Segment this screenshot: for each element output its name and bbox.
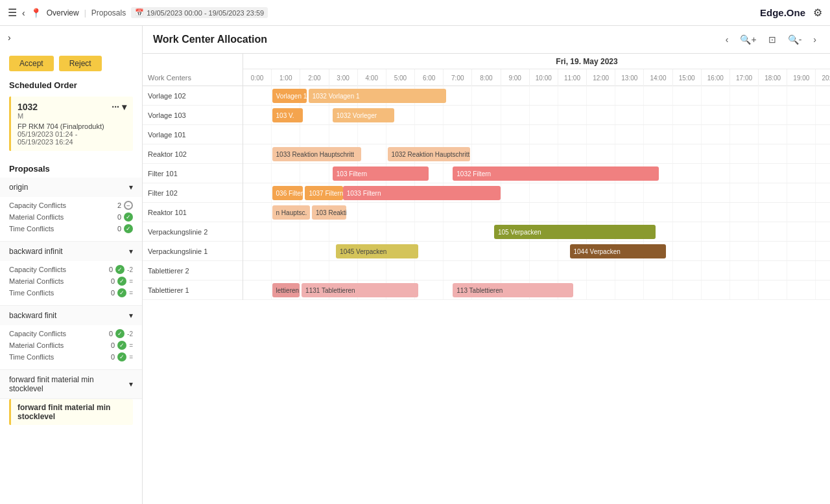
gantt-cell-9-0: [243, 261, 272, 280]
accept-button[interactable]: Accept: [9, 56, 54, 71]
gantt-cell-6-14: [644, 203, 672, 222]
gantt-cell-9-1: [272, 261, 300, 280]
gantt-cell-5-9: [501, 183, 530, 202]
gantt-cell-1-17: [730, 106, 759, 124]
gantt-cell-9-18: [759, 261, 787, 280]
gantt-row-10: lettieren1131 Tablettieren113 Tablettier…: [243, 281, 830, 300]
proposal-header-1[interactable]: backward infinit▾: [0, 242, 142, 261]
gantt-row-0: Vorlagen 11032 Vorlagen 1: [243, 86, 830, 106]
gantt-hour-16:00: 16:00: [702, 69, 730, 86]
order-more-icon[interactable]: ···: [112, 102, 119, 112]
gantt-bar-13[interactable]: 105 Verpacken: [494, 225, 656, 239]
gantt-cell-1-9: [501, 106, 530, 124]
gantt-cell-10-16: [702, 281, 730, 299]
gantt-cell-2-4: [358, 125, 386, 144]
gantt-bar-1[interactable]: 1032 Vorlagen 1: [309, 89, 446, 103]
gantt-cell-2-14: [644, 125, 672, 144]
gantt-cell-5-16: [702, 183, 730, 202]
gantt-cell-9-8: [472, 261, 501, 280]
gantt-cell-3-14: [644, 144, 672, 163]
gantt-bar-7[interactable]: 1032 Filtern: [453, 166, 659, 181]
gantt-cell-7-15: [673, 222, 702, 241]
gantt-cell-0-19: [787, 86, 816, 105]
gantt-zoom-in[interactable]: 🔍+: [737, 32, 759, 47]
gantt-cell-6-13: [615, 203, 644, 222]
gantt-bar-14[interactable]: 1045 Verpacken: [336, 244, 418, 258]
nav-back-icon[interactable]: ‹: [22, 8, 25, 18]
gantt-cell-2-2: [300, 125, 329, 144]
gantt-bar-3[interactable]: 1032 Vorleger: [333, 108, 394, 122]
conflict-row-2-1: Material Conflicts0 ✓=: [9, 341, 133, 350]
gantt-hour-18:00: 18:00: [759, 69, 787, 86]
gantt-fit[interactable]: ⊡: [765, 32, 779, 47]
proposal-header-2[interactable]: backward finit▾: [0, 306, 142, 325]
order-date-start: 05/19/2023 01:24 -: [18, 130, 126, 138]
gantt-bar-6[interactable]: 103 Filtern: [333, 166, 429, 181]
gantt-bar-5[interactable]: 1032 Reaktion Hauptschritt: [388, 147, 470, 161]
gantt-row-bg-8: [243, 242, 830, 260]
gantt-cell-0-10: [530, 86, 558, 105]
conflict-row-1-1: Material Conflicts0 ✓=: [9, 277, 133, 286]
gantt-nav-left[interactable]: ‹: [722, 32, 732, 47]
gantt-cell-4-17: [730, 164, 759, 183]
gantt-cell-7-2: [300, 222, 329, 241]
location-icon[interactable]: 📍: [30, 8, 42, 18]
gantt-bar-2[interactable]: 103 V.: [272, 108, 303, 122]
gantt-bar-12[interactable]: 103 Reaktion H.: [312, 205, 346, 220]
gantt-bar-17[interactable]: 1131 Tablettieren: [302, 283, 418, 297]
gantt-bar-18[interactable]: 113 Tablettieren: [453, 283, 573, 297]
gantt-bar-16[interactable]: lettieren: [272, 283, 300, 297]
gantt-cell-2-16: [702, 125, 730, 144]
check-icon-2-1: ✓: [117, 341, 126, 350]
gantt-cell-3-19: [787, 144, 816, 163]
gantt-cell-0-17: [730, 86, 759, 105]
menu-icon[interactable]: ☰: [8, 6, 17, 19]
gantt-zoom-out[interactable]: 🔍-: [785, 32, 805, 47]
gantt-cell-6-19: [787, 203, 816, 222]
gantt-body: Work Centers Vorlage 102Vorlage 103Vorla…: [143, 54, 830, 504]
order-expand-icon[interactable]: ▾: [122, 102, 126, 112]
gantt-bar-10[interactable]: 1033 Filtern: [343, 186, 501, 200]
proposal-header-3[interactable]: forward finit material min stocklevel▾: [0, 370, 142, 398]
settings-icon[interactable]: ⚙: [813, 6, 822, 19]
reject-button[interactable]: Reject: [59, 56, 102, 71]
gantt-bar-11[interactable]: n Hauptsc.: [272, 205, 310, 220]
gantt-cell-0-18: [759, 86, 787, 105]
gantt-title: Work Center Allocation: [153, 34, 267, 45]
date-range-text: 19/05/2023 00:00 - 19/05/2023 23:59: [147, 9, 264, 17]
gantt-bar-0[interactable]: Vorlagen 1: [272, 89, 307, 103]
gantt-label-row-4: Filter 101: [143, 164, 243, 183]
conflict-count-1-0: 0 ✓-2: [109, 265, 133, 274]
gantt-cell-3-8: [472, 144, 501, 163]
topbar-right: Edge.One ⚙: [760, 6, 822, 19]
gantt-bar-8[interactable]: 036 Filtern: [272, 186, 303, 200]
proposal-header-0[interactable]: origin▾: [0, 178, 142, 197]
gantt-cell-7-20: [816, 222, 830, 241]
gantt-cell-3-20: [816, 144, 830, 163]
gantt-bar-15[interactable]: 1044 Verpacken: [570, 244, 666, 258]
gantt-row-9: [243, 261, 830, 281]
gantt-hour-1:00: 1:00: [272, 69, 300, 86]
gantt-hour-7:00: 7:00: [444, 69, 472, 86]
conflict-label-1-1: Material Conflicts: [9, 277, 111, 285]
proposal-group-0: origin▾Capacity Conflicts2 −Material Con…: [0, 178, 142, 242]
gantt-nav-right[interactable]: ›: [810, 32, 820, 47]
gantt-cell-4-1: [272, 164, 300, 183]
gantt-bar-9[interactable]: 1037 Filtern: [305, 186, 342, 200]
nav-proposals[interactable]: Proposals: [91, 8, 126, 17]
panel-toggle[interactable]: ›: [0, 26, 142, 49]
nav-overview[interactable]: Overview: [47, 8, 79, 17]
gantt-row-bg-9: [243, 261, 830, 280]
gantt-cell-4-16: [702, 164, 730, 183]
conflict-label-1-0: Capacity Conflicts: [9, 266, 109, 273]
gantt-cell-1-11: [558, 106, 587, 124]
gantt-cell-6-8: [472, 203, 501, 222]
gantt-bar-4[interactable]: 1033 Reaktion Hauptschritt: [272, 147, 362, 161]
gantt-container: Work Centers Vorlage 102Vorlage 103Vorla…: [143, 54, 830, 300]
gantt-cell-8-18: [759, 242, 787, 260]
gantt-hour-6:00: 6:00: [415, 69, 444, 86]
gantt-cell-10-12: [587, 281, 615, 299]
check-icon-2-2: ✓: [117, 352, 126, 361]
gantt-label-row-3: Reaktor 102: [143, 144, 243, 164]
gantt-cell-0-9: [501, 86, 530, 105]
